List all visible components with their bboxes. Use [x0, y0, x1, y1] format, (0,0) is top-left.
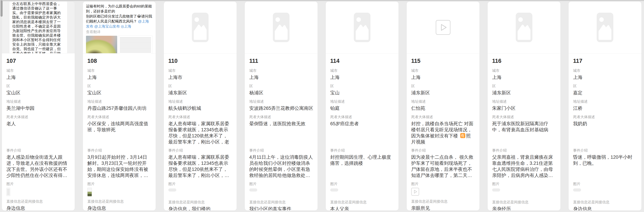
record-card[interactable]: 110 城市 上海市 区 浦东新区 地址描述 航头镇鹤沙航城 死者大体描述 老人… — [164, 2, 237, 210]
field-image: 图片 — [168, 182, 232, 197]
image-thumbnail-row — [168, 188, 232, 197]
field-direct: 直接信息还是间接信息 身边信息 — [6, 199, 70, 210]
direct-value: 本人父亲 — [330, 206, 394, 210]
address-value: 铂庭 — [330, 105, 394, 112]
field-direct: 直接信息还是间接信息 本人父亲 — [330, 200, 394, 210]
event-label: 事件介绍 — [492, 148, 556, 152]
field-address: 地址描述 朱家门小区 — [492, 99, 556, 112]
field-address: 地址描述 安波路265弄兰花教师公寓南区 — [249, 99, 313, 112]
district-label: 区 — [330, 84, 394, 88]
attachment-preview[interactable]: 运输有时间，为什么跟居委会的60的菜能到，还好多是烂的 别的区都已经分发过几批物… — [83, 2, 156, 53]
record-id: 115 — [411, 58, 475, 64]
field-city: 城市 上海 — [87, 68, 151, 81]
city-label: 城市 — [573, 68, 637, 73]
translate-link[interactable]: 查看翻译 — [86, 30, 152, 34]
field-event: 事件介绍 封控期间因生理、心理上极度痛苦，选择跳楼 — [330, 148, 394, 178]
address-value: 江桥 — [573, 105, 637, 112]
field-deceased: 死者大体描述 老人患有哮喘，家属联系居委报备要求就医，12345也表示尽快，但是… — [168, 115, 232, 145]
city-value: 上海 — [573, 74, 637, 81]
deceased-label: 死者大体描述 — [249, 115, 313, 119]
mention-link[interactable]: @上海宝山发布 — [94, 24, 121, 28]
field-deceased: 死者大体描述 65岁癌症患者 — [330, 115, 394, 145]
video-thumbnail[interactable] — [411, 188, 419, 196]
field-city: 城市 上海市 — [168, 68, 232, 81]
field-event: 事件介绍 3月9日起开始封控，3月14日解封。3月23日又一轮封控开始，期间这位… — [87, 148, 151, 178]
photo-thumbnail[interactable] — [87, 188, 92, 196]
deceased-label: 死者大体描述 — [573, 115, 637, 119]
city-value: 上海 — [330, 74, 394, 81]
field-image: 图片 — [492, 182, 556, 197]
screenshot-thumbnail[interactable] — [6, 188, 10, 196]
attachment-preview[interactable] — [568, 2, 642, 53]
event-value: 4月11日上午，这位消毒防疫人员在给我们小区封控楼做消杀的时候突然晕倒，小区里有… — [249, 154, 313, 178]
image-placeholder-icon — [273, 13, 290, 43]
image-thumbnail-placeholder[interactable] — [330, 188, 338, 191]
cabbage-photo[interactable] — [86, 36, 117, 53]
address-value: 丹霞山路257弄馨佳园八街坊 — [87, 105, 151, 112]
city-value: 上海 — [87, 74, 151, 81]
location-tag-link[interactable]: ◎上海 — [121, 24, 131, 28]
record-card[interactable]: 运输有时间，为什么跟居委会的60的菜能到，还好多是烂的 别的区都已经分发过几批物… — [83, 2, 156, 210]
image-label: 图片 — [492, 182, 556, 186]
field-event: 事件介绍 老人感染后物业街道无人跟进，导致老人在没有救援的情况下去世。另外该小区… — [6, 148, 70, 178]
attachment-preview[interactable] — [326, 2, 398, 53]
district-label: 区 — [249, 84, 313, 88]
deceased-value: 老人 — [6, 121, 70, 145]
field-city: 城市 上海 — [249, 68, 313, 81]
page-scrollbar-thumb[interactable] — [0, 0, 2, 17]
attachment-preview[interactable] — [488, 2, 560, 53]
district-value: 嘉定 — [573, 90, 637, 96]
record-card[interactable]: 115 城市 上海 区 浦东新区 地址描述 仁怡苑 死者大体描述 封控，跳楼自杀… — [406, 2, 480, 210]
field-city: 城市 上海 — [411, 68, 475, 81]
field-district: 区 浦东新区 — [411, 84, 475, 96]
record-card[interactable]: 117 城市 上海 区 嘉定 地址描述 江桥 死者大体描述 我奶奶 事件介绍 昏… — [568, 2, 642, 210]
record-card[interactable]: 116 城市 上海 区 浦东新区 地址描述 朱家门小区 死者大体描述 死于浦东医… — [488, 2, 560, 210]
field-address: 地址描述 铂庭 — [330, 99, 394, 112]
district-label: 区 — [168, 84, 232, 88]
field-event: 事件介绍 4月11日上午，这位消毒防疫人员在给我们小区封控楼做消杀的时候突然晕倒… — [249, 148, 313, 178]
image-thumbnail-row — [492, 188, 556, 197]
city-label: 城市 — [87, 68, 151, 73]
record-card[interactable]: 分左右联系上中华西居委会，通过微信语音确认了这一事实。由于需要保护患者家属的隐私… — [2, 2, 75, 210]
deceased-label: 死者大体描述 — [87, 115, 151, 119]
event-value: 老人感染后物业街道无人跟进，导致老人在没有救援的情况下去世。另外该小区还有不少阳… — [6, 154, 70, 178]
record-card[interactable]: 111 城市 上海 区 杨浦区 地址描述 安波路265弄兰花教师公寓南区 死者大… — [244, 2, 318, 210]
city-value: 上海 — [6, 74, 70, 81]
address-label: 地址描述 — [6, 99, 70, 104]
event-value: 3月9日起开始封控，3月14日解封。3月23日又一轮封控开始，期间这位保安始终没… — [87, 154, 151, 178]
field-event: 事件介绍 父亲周嘉祖，肾衰且瘫痪在床靠血透维持生命，3.21住进第七人民医院肾病… — [492, 148, 556, 178]
image-label: 图片 — [168, 182, 232, 186]
post-line-1: 运输有时间，为什么跟居委会的60的菜能到，还好多是烂的 — [86, 4, 152, 13]
dense-text-screenshot[interactable] — [118, 36, 152, 53]
image-thumbnail-placeholder[interactable] — [168, 188, 176, 191]
field-city: 城市 上海 — [330, 68, 394, 81]
direct-value: 身边信息 — [573, 206, 637, 210]
image-thumbnail-placeholder[interactable] — [573, 188, 581, 191]
record-id: 117 — [573, 58, 637, 64]
attachment-preview[interactable] — [164, 2, 236, 53]
event-label: 事件介绍 — [87, 148, 151, 152]
field-image: 图片 — [6, 182, 70, 196]
district-value: 宝山区 — [6, 90, 70, 96]
image-thumbnail-placeholder[interactable] — [249, 188, 257, 191]
event-label: 事件介绍 — [249, 148, 313, 152]
attachment-preview[interactable]: 分左右联系上中华西居委会，通过微信语音确认了这一事实。由于需要保护患者家属的隐私… — [2, 2, 75, 53]
video-placeholder-icon — [436, 20, 450, 36]
direct-value: 亲眼所见 — [411, 205, 475, 210]
address-label: 地址描述 — [249, 99, 313, 104]
deceased-label: 死者大体描述 — [168, 115, 232, 119]
district-label: 区 — [87, 84, 151, 88]
image-thumbnail-row — [249, 188, 313, 197]
field-deceased: 死者大体描述 小区保安，连续两周高强度值班，导致猝死 — [87, 115, 151, 145]
district-label: 区 — [492, 84, 556, 88]
attachment-preview[interactable] — [245, 2, 318, 53]
direct-label: 直接信息还是间接信息 — [330, 200, 394, 204]
deceased-label: 死者大体描述 — [6, 115, 70, 119]
address-label: 地址描述 — [87, 99, 151, 104]
field-event: 事件介绍 老人患有哮喘，家属联系居委报备要求就医，12345也表示尽快，但是12… — [168, 148, 232, 178]
event-value: 封控期间因生理、心理上极度痛苦，选择跳楼 — [330, 154, 394, 178]
record-card[interactable]: 114 城市 上海 区 宝山 地址描述 铂庭 死者大体描述 65岁癌症患者 事件… — [326, 2, 399, 210]
image-thumbnail-placeholder[interactable] — [492, 188, 500, 191]
direct-label: 直接信息还是间接信息 — [168, 200, 232, 204]
attachment-preview[interactable] — [407, 2, 480, 53]
